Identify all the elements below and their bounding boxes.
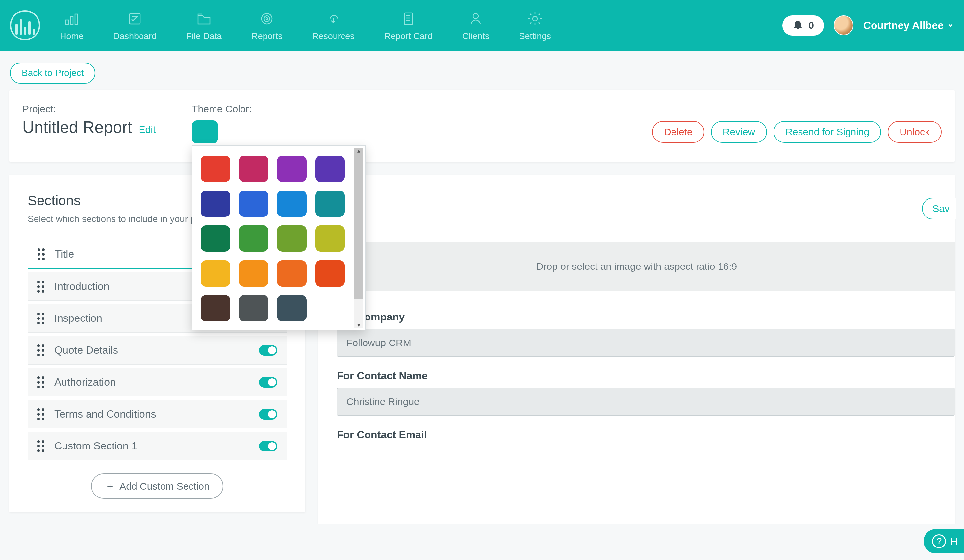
color-swatch-3[interactable]: [315, 156, 345, 182]
field-input[interactable]: Christine Ringue: [337, 388, 955, 415]
back-to-project-button[interactable]: Back to Project: [10, 62, 95, 83]
field-for-contact-name: For Contact NameChristine Ringue: [337, 370, 955, 415]
unlock-button[interactable]: Unlock: [887, 121, 942, 143]
section-item-terms-and-conditions[interactable]: Terms and Conditions: [28, 400, 287, 428]
section-label: Quote Details: [54, 344, 249, 357]
resend-for-signing-button[interactable]: Resend for Signing: [773, 121, 881, 143]
color-swatch-2[interactable]: [277, 156, 307, 182]
color-swatch-8[interactable]: [201, 225, 230, 252]
delete-button[interactable]: Delete: [652, 121, 704, 143]
color-swatch-0[interactable]: [201, 156, 230, 182]
section-toggle[interactable]: [259, 345, 277, 356]
nav-reports[interactable]: Reports: [251, 10, 283, 41]
drag-handle-icon[interactable]: [37, 345, 44, 357]
svg-rect-7: [404, 13, 412, 25]
nav-label: Resources: [312, 31, 355, 41]
review-button[interactable]: Review: [711, 121, 767, 143]
avatar[interactable]: [834, 15, 853, 35]
drag-handle-icon[interactable]: [37, 281, 44, 293]
section-toggle[interactable]: [259, 409, 277, 420]
svg-rect-0: [66, 20, 68, 25]
nav-report-card[interactable]: Report Card: [384, 10, 433, 41]
color-picker-popover: ▴ ▾: [192, 145, 366, 330]
drag-handle-icon[interactable]: [37, 248, 45, 260]
dashboard-icon: [126, 10, 144, 28]
nav-dashboard[interactable]: Dashboard: [113, 10, 156, 41]
color-swatch-15[interactable]: [315, 260, 345, 287]
color-swatch-12[interactable]: [201, 260, 230, 287]
color-swatch-18[interactable]: [277, 295, 307, 321]
notifications-button[interactable]: 0: [782, 15, 824, 36]
notifications-count: 0: [808, 20, 814, 31]
nav-settings[interactable]: Settings: [519, 10, 551, 41]
content-panel: ntent it Sav Drop or select an image wit…: [319, 175, 955, 524]
color-swatch-5[interactable]: [239, 190, 269, 217]
logo-icon[interactable]: [10, 10, 40, 41]
resources-icon: [324, 10, 342, 28]
report-card-icon: [399, 10, 417, 28]
color-swatch-16[interactable]: [201, 295, 230, 321]
color-swatch-9[interactable]: [239, 225, 269, 252]
color-swatch-4[interactable]: [201, 190, 230, 217]
nav-home[interactable]: Home: [60, 10, 83, 41]
home-icon: [62, 10, 81, 28]
add-custom-section-label: Add Custom Section: [119, 481, 209, 492]
section-toggle[interactable]: [259, 441, 277, 451]
color-swatch-11[interactable]: [315, 225, 345, 252]
top-nav: HomeDashboardFile DataReportsResourcesRe…: [0, 0, 964, 50]
nav-label: Dashboard: [113, 31, 156, 41]
drag-handle-icon[interactable]: [37, 440, 44, 452]
color-swatch-13[interactable]: [239, 260, 269, 287]
drag-handle-icon[interactable]: [37, 313, 44, 324]
nav-label: Reports: [251, 31, 283, 41]
field-label: For Company: [337, 311, 955, 323]
drag-handle-icon[interactable]: [37, 408, 44, 420]
scroll-down-arrow-icon[interactable]: ▾: [354, 321, 363, 329]
nav-label: Settings: [519, 31, 551, 41]
color-swatch-7[interactable]: [315, 190, 345, 217]
color-swatch-17[interactable]: [239, 295, 269, 321]
save-button[interactable]: Sav: [922, 198, 956, 220]
color-swatch-6[interactable]: [277, 190, 307, 217]
nav-file-data[interactable]: File Data: [186, 10, 222, 41]
plus-icon: ＋: [105, 479, 115, 493]
svg-point-4: [262, 13, 272, 24]
project-label: Project:: [22, 103, 156, 114]
svg-point-6: [266, 18, 268, 20]
report-title: Untitled Report: [22, 118, 132, 137]
theme-color-label: Theme Color:: [192, 103, 252, 114]
section-toggle[interactable]: [259, 377, 277, 387]
nav-clients[interactable]: Clients: [462, 10, 490, 41]
section-item-quote-details[interactable]: Quote Details: [28, 336, 287, 365]
svg-point-8: [473, 13, 479, 19]
section-label: Custom Section 1: [54, 440, 249, 452]
edit-title-link[interactable]: Edit: [139, 124, 156, 135]
section-item-authorization[interactable]: Authorization: [28, 368, 287, 396]
section-label: Authorization: [54, 376, 249, 388]
scroll-up-arrow-icon[interactable]: ▴: [354, 147, 363, 154]
svg-rect-2: [75, 14, 78, 25]
chevron-down-icon: [947, 20, 954, 32]
nav-resources[interactable]: Resources: [312, 10, 355, 41]
user-name-label: Courtney Allbee: [863, 20, 944, 32]
drag-handle-icon[interactable]: [37, 376, 44, 388]
svg-point-10: [797, 28, 799, 29]
color-swatch-10[interactable]: [277, 225, 307, 252]
section-label: Terms and Conditions: [54, 408, 249, 420]
nav-label: Report Card: [384, 31, 433, 41]
svg-point-5: [264, 16, 270, 22]
nav-label: Clients: [462, 31, 490, 41]
color-picker-scrollbar[interactable]: ▴ ▾: [354, 148, 363, 328]
reports-icon: [257, 10, 276, 28]
user-menu[interactable]: Courtney Allbee: [863, 20, 954, 32]
section-item-custom-section-1[interactable]: Custom Section 1: [28, 432, 287, 460]
color-swatch-14[interactable]: [277, 260, 307, 287]
theme-color-swatch[interactable]: [192, 120, 218, 143]
nav-label: File Data: [186, 31, 222, 41]
svg-point-9: [532, 16, 537, 21]
field-input[interactable]: Followup CRM: [337, 329, 955, 357]
color-swatch-1[interactable]: [239, 156, 269, 182]
add-custom-section-button[interactable]: ＋ Add Custom Section: [91, 474, 223, 499]
image-dropzone[interactable]: Drop or select an image with aspect rati…: [319, 242, 955, 291]
svg-rect-1: [70, 17, 73, 25]
